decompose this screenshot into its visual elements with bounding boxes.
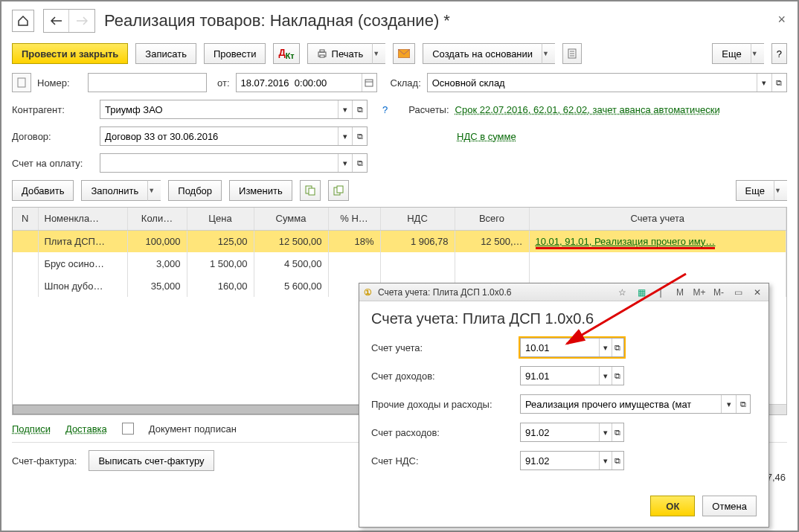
copy-rows-button[interactable]	[300, 180, 321, 201]
income-open[interactable]: ⧉	[612, 367, 624, 385]
save-button[interactable]: Записать	[135, 43, 196, 64]
vat-acc-open[interactable]: ⧉	[612, 452, 624, 469]
pay-account-field[interactable]: ▾ ⧉	[100, 153, 368, 173]
col-vatp[interactable]: % Н…	[328, 208, 380, 230]
fill-dropdown[interactable]: ▼	[147, 180, 161, 201]
calc-link[interactable]: Срок 22.07.2016, 62.01, 62.02, зачет ава…	[455, 104, 720, 115]
table-cell[interactable]: 18%	[328, 230, 380, 252]
contract-dropdown[interactable]: ▾	[338, 127, 353, 145]
account-open[interactable]: ⧉	[612, 339, 624, 356]
counterparty-input[interactable]	[100, 100, 338, 118]
sf-issue-button[interactable]: Выписать счет-фактуру	[89, 450, 214, 471]
col-total[interactable]: Всего	[455, 208, 529, 230]
account-field[interactable]: ▾ ⧉	[520, 338, 624, 357]
mem-m[interactable]: M	[673, 287, 687, 298]
table-cell[interactable]: 3,000	[127, 252, 187, 275]
table-cell[interactable]	[13, 252, 38, 275]
create-based-dropdown[interactable]: ▼	[542, 43, 555, 64]
table-cell[interactable]	[13, 275, 38, 297]
expense-input[interactable]	[521, 423, 599, 441]
table-cell[interactable]: 12 500,00	[254, 230, 328, 252]
income-dropdown[interactable]: ▾	[599, 367, 612, 385]
col-n[interactable]: N	[13, 208, 38, 230]
col-accounts[interactable]: Счета учета	[529, 208, 786, 230]
mem-mplus[interactable]: M+	[693, 287, 706, 298]
warehouse-input[interactable]	[428, 74, 757, 92]
income-field[interactable]: ▾ ⧉	[520, 366, 624, 385]
grid-more-dropdown[interactable]: ▼	[774, 180, 787, 201]
grid-more-button[interactable]: Еще	[736, 180, 774, 201]
doc-signed-checkbox[interactable]	[122, 423, 134, 435]
pay-account-input[interactable]	[100, 154, 338, 172]
calc-icon[interactable]: ▦	[635, 287, 648, 298]
vat-acc-dropdown[interactable]: ▾	[599, 452, 612, 469]
col-name[interactable]: Номенкла…	[38, 208, 127, 230]
col-vat[interactable]: НДС	[380, 208, 455, 230]
number-input[interactable]	[89, 74, 206, 92]
warehouse-dropdown[interactable]: ▾	[757, 74, 771, 92]
doc-button[interactable]	[562, 43, 582, 64]
vat-acc-input[interactable]	[521, 452, 599, 469]
counterparty-info[interactable]: ?	[382, 104, 388, 115]
table-cell[interactable]: Плита ДСП…	[38, 230, 127, 252]
counterparty-field[interactable]: ▾ ⧉	[100, 100, 368, 119]
other-input[interactable]	[521, 395, 721, 413]
table-cell[interactable]: 125,00	[187, 230, 254, 252]
popup-cancel-button[interactable]: Отмена	[702, 496, 757, 516]
expense-open[interactable]: ⧉	[612, 423, 624, 441]
paste-rows-button[interactable]	[328, 180, 349, 201]
account-dropdown[interactable]: ▾	[599, 339, 612, 356]
table-cell[interactable]: 35,000	[127, 275, 187, 297]
date-field[interactable]	[236, 73, 377, 92]
fill-button[interactable]: Заполнить	[81, 180, 147, 201]
col-sum[interactable]: Сумма	[254, 208, 328, 230]
popup-close[interactable]: ✕	[751, 287, 764, 298]
table-cell[interactable]	[328, 252, 380, 275]
other-dropdown[interactable]: ▾	[721, 395, 735, 413]
dk-button[interactable]: ДКт	[273, 43, 299, 64]
table-cell[interactable]	[380, 252, 455, 275]
warehouse-open[interactable]: ⧉	[771, 74, 786, 92]
doc-icon-button[interactable]	[12, 73, 31, 92]
counterparty-dropdown[interactable]: ▾	[338, 100, 353, 118]
create-based-button[interactable]: Создать на основании	[423, 43, 542, 64]
vat-acc-field[interactable]: ▾ ⧉	[520, 451, 624, 470]
table-row[interactable]: Брус осино…3,0001 500,004 500,00	[13, 252, 786, 275]
table-cell[interactable]: 5 600,00	[254, 275, 328, 297]
date-input[interactable]	[237, 74, 362, 92]
calendar-button[interactable]	[362, 74, 376, 92]
table-cell[interactable]	[529, 252, 786, 275]
mem-mminus[interactable]: M-	[712, 287, 725, 298]
warehouse-field[interactable]: ▾ ⧉	[427, 73, 787, 92]
table-cell[interactable]: 1 500,00	[187, 252, 254, 275]
home-button[interactable]	[12, 10, 34, 32]
fav-icon[interactable]: ☆	[615, 287, 629, 298]
pay-account-dropdown[interactable]: ▾	[338, 154, 353, 172]
other-open[interactable]: ⧉	[736, 395, 750, 413]
counterparty-open[interactable]: ⧉	[352, 100, 367, 118]
table-row[interactable]: Плита ДСП…100,000125,0012 500,0018%1 906…	[13, 230, 786, 252]
delivery-link[interactable]: Доставка	[65, 423, 107, 435]
other-field[interactable]: ▾ ⧉	[520, 394, 751, 414]
table-cell[interactable]: 1 906,78	[380, 230, 455, 252]
number-field[interactable]	[88, 73, 207, 92]
expense-dropdown[interactable]: ▾	[599, 423, 612, 441]
signatures-link[interactable]: Подписи	[12, 423, 51, 435]
pay-account-open[interactable]: ⧉	[352, 154, 367, 172]
table-cell[interactable]: 10.01, 91.01, Реализация прочего иму…	[529, 230, 786, 252]
popup-min[interactable]: ▭	[731, 287, 745, 298]
more-button[interactable]: Еще	[712, 43, 750, 64]
add-row-button[interactable]: Добавить	[12, 180, 74, 201]
scroll-thumb[interactable]	[13, 405, 361, 414]
contract-open[interactable]: ⧉	[352, 127, 367, 145]
close-button[interactable]: ×	[777, 12, 786, 28]
nav-back-button[interactable]	[44, 10, 69, 32]
contract-input[interactable]	[100, 127, 338, 145]
income-input[interactable]	[521, 367, 599, 385]
pick-button[interactable]: Подбор	[168, 180, 222, 201]
table-cell[interactable]	[13, 230, 38, 252]
expense-field[interactable]: ▾ ⧉	[520, 423, 624, 442]
table-cell[interactable]: 160,00	[187, 275, 254, 297]
col-price[interactable]: Цена	[187, 208, 254, 230]
edit-button[interactable]: Изменить	[229, 180, 292, 201]
